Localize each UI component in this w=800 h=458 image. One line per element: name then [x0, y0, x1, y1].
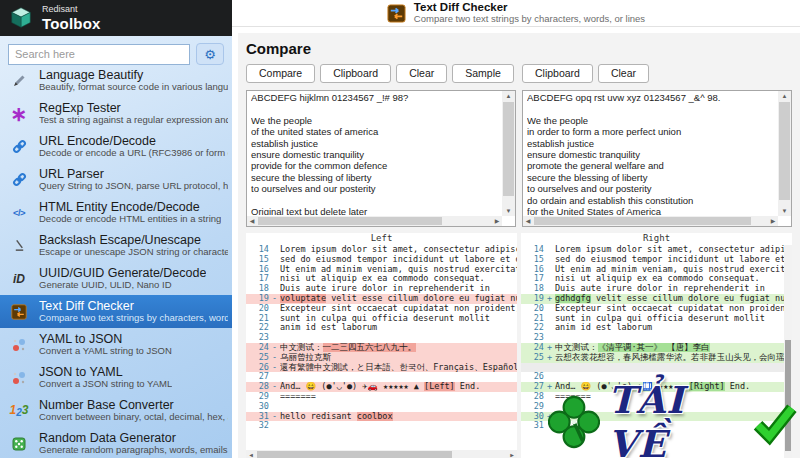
brand-top: Redisant	[42, 5, 101, 14]
diff-row-right-29: 29	[521, 402, 784, 412]
line-text: Lorem ipsum dolor sit amet, consectetur …	[280, 245, 517, 255]
tool-title: HTML Entity Encode/Decode	[39, 200, 221, 214]
page-header-text: Text Diff Checker Compare two text strin…	[414, 1, 645, 24]
sidebar-item-json-to-yaml[interactable]: JSON to YAMLConvert a JSON string to YAM…	[0, 361, 232, 394]
diff-row-left-23: 23	[246, 333, 517, 343]
diff-row-right-20: 20Excepteur sint occaecat cupidatat non …	[521, 304, 784, 314]
scroll-down-icon[interactable]: ▼	[502, 206, 515, 216]
change-marker	[544, 304, 555, 314]
sidebar-item-html-entity-encode-decode[interactable]: </>HTML Entity Encode/DecodeDecode or en…	[0, 196, 232, 229]
diff-right-vertical-scrollbar[interactable]	[784, 245, 792, 458]
scroll-down-icon[interactable]: ▼	[778, 206, 791, 216]
change-marker	[544, 421, 555, 431]
sidebar-item-url-parser[interactable]: URL ParserQuery String to JSON, parse UR…	[0, 163, 232, 196]
change-marker	[269, 255, 280, 265]
left-button-group: CompareClipboardClearSample	[246, 64, 516, 83]
change-marker	[269, 392, 280, 402]
left-text-horizontal-scrollbar[interactable]: ◀ ▶	[247, 216, 502, 226]
line-text	[555, 372, 784, 382]
diff-row-right-30: 30+	[521, 412, 784, 422]
scroll-up-icon[interactable]: ▲	[778, 91, 791, 101]
line-text: Lorem ipsum dolor sit amet, consectetur …	[555, 245, 784, 255]
diff-row-right-26: 26	[521, 372, 784, 382]
scroll-right-icon[interactable]: ▶	[507, 450, 517, 458]
content-area: Compare CompareClipboardClearSample Clip…	[238, 33, 800, 458]
scroll-right-icon[interactable]: ▶	[768, 216, 778, 226]
left-text-content: ABCDEFG hijklmn 01234567 _!# 98? We the …	[251, 92, 501, 215]
scroll-left-icon[interactable]: ◀	[246, 450, 256, 458]
change-marker	[544, 245, 555, 255]
diff-left-header: Left	[246, 233, 517, 244]
sidebar-item-regexp-tester[interactable]: ∗RegExp TesterTest a string against a re…	[0, 97, 232, 130]
line-text	[280, 421, 517, 431]
line-text: Ut enim ad minim veniam, quis nostrud ex…	[555, 265, 784, 275]
sidebar-item-backslash-escape-unescape[interactable]: Backslash Escape/UnescapeEscape or unesc…	[0, 229, 232, 262]
diff-row-left-31: 31-hello redisant coolbox	[246, 412, 517, 422]
right-text-input[interactable]: ABCDEFG opq rst uvw xyz 01234567 _&^ 98.…	[522, 90, 792, 227]
line-text: 中文测试：《清平调·其一》 【唐】李白	[555, 343, 784, 353]
sidebar-header: Redisant Toolbox	[0, 0, 232, 36]
change-marker	[544, 265, 555, 275]
tool-text: Text Diff CheckerCompare two text string…	[39, 299, 228, 324]
scrollbar-thumb[interactable]	[258, 217, 442, 225]
tool-text: URL Encode/DecodeDecode or encode a URL …	[39, 134, 228, 159]
scrollbar-thumb[interactable]	[534, 217, 751, 225]
change-marker: -	[269, 363, 280, 373]
diff-row-right-18: 18Duis aute irure dolor in reprehenderit…	[521, 284, 784, 294]
scrollbar-thumb[interactable]	[257, 451, 452, 458]
right-clear-button[interactable]: Clear	[598, 64, 649, 83]
toolbox-logo-icon	[9, 6, 33, 30]
left-text-vertical-scrollbar[interactable]: ▲ ▼	[502, 91, 515, 216]
right-text-vertical-scrollbar[interactable]: ▲ ▼	[778, 91, 791, 216]
tool-description: Generate random paragraphs, words, email…	[39, 445, 228, 456]
right-text-horizontal-scrollbar[interactable]: ◀ ▶	[523, 216, 778, 226]
right-text-content: ABCDEFG opq rst uvw xyz 01234567 _&^ 98.…	[527, 92, 777, 215]
change-marker	[269, 421, 280, 431]
diff-row-right-31: 31	[521, 421, 784, 431]
left-sample-button[interactable]: Sample	[452, 64, 514, 83]
diff-row-right-16: 16Ut enim ad minim veniam, quis nostrud …	[521, 265, 784, 275]
scroll-right-icon[interactable]: ▶	[492, 216, 502, 226]
left-clipboard-button[interactable]: Clipboard	[320, 64, 391, 83]
line-text: sunt in culpa qui officia deserunt molli…	[555, 314, 784, 324]
diff-row-left-25: 25-乌丽曾拉克斯	[246, 353, 517, 363]
diff-left-panel[interactable]: Left 14Lorem ipsum dolor sit amet, conse…	[246, 233, 517, 458]
scroll-up-icon[interactable]: ▲	[502, 91, 515, 101]
settings-button[interactable]: ⚙	[196, 43, 224, 65]
tool-description: Convert a YAML string to JSON	[39, 346, 172, 357]
diff-row-right-14: 14Lorem ipsum dolor sit amet, consectetu…	[521, 245, 784, 255]
sidebar-item-text-diff-checker[interactable]: Text Diff CheckerCompare two text string…	[0, 295, 232, 328]
diff-left-horizontal-scrollbar[interactable]: ◀ ▶	[246, 450, 517, 458]
diff-right-panel[interactable]: Right 14Lorem ipsum dolor sit amet, cons…	[521, 233, 792, 458]
sidebar: Redisant Toolbox ⚙ Language BeautifyBeau…	[0, 0, 232, 458]
diff-row-right-25: 25+云想衣裳花想容，春风拂槛露华浓。若非群玉山头见，会向瑶台月	[521, 353, 784, 363]
diff-row-left-27: 27	[246, 372, 517, 382]
sidebar-item-random-data-generator[interactable]: Random Data GeneratorGenerate random par…	[0, 427, 232, 458]
scroll-left-icon[interactable]: ◀	[523, 216, 533, 226]
left-compare-button[interactable]: Compare	[246, 64, 315, 83]
backslash-icon	[7, 239, 31, 252]
sidebar-item-language-beautify[interactable]: Language BeautifyBeautify, format source…	[0, 64, 232, 97]
left-clear-button[interactable]: Clear	[396, 64, 447, 83]
scrollbar-thumb[interactable]	[779, 102, 790, 200]
scrollbar-thumb[interactable]	[503, 102, 514, 196]
tool-title: UUID/GUID Generate/Decode	[39, 266, 206, 280]
left-text-input[interactable]: ABCDEFG hijklmn 01234567 _!# 98? We the …	[246, 90, 516, 227]
change-marker: -	[269, 382, 280, 392]
link-icon	[7, 172, 31, 187]
diff-row-right-15: 15sed do eiusmod tempor incididunt ut la…	[521, 255, 784, 265]
sidebar-item-yaml-to-json[interactable]: YAML to JSONConvert a YAML string to JSO…	[0, 328, 232, 361]
line-text: =======	[280, 392, 517, 402]
search-input[interactable]	[8, 44, 190, 65]
diff-row-right-22: 22anim id est laborum	[521, 323, 784, 333]
tool-title: Text Diff Checker	[39, 299, 228, 313]
right-clipboard-button[interactable]: Clipboard	[522, 64, 593, 83]
line-text: Excepteur sint occaecat cupidatat non pr…	[280, 304, 517, 314]
scroll-left-icon[interactable]: ◀	[247, 216, 257, 226]
sidebar-item-uuid-guid-generate-decode[interactable]: iDUUID/GUID Generate/DecodeGenerate UUID…	[0, 262, 232, 295]
sidebar-item-url-encode-decode[interactable]: URL Encode/DecodeDecode or encode a URL …	[0, 130, 232, 163]
sidebar-item-number-base-converter[interactable]: 123Number Base ConverterConvert between …	[0, 394, 232, 427]
scrollbar-thumb[interactable]	[785, 340, 791, 452]
tool-description: Convert between binary, octal, decimal, …	[39, 412, 228, 423]
text-diff-icon	[387, 4, 406, 23]
